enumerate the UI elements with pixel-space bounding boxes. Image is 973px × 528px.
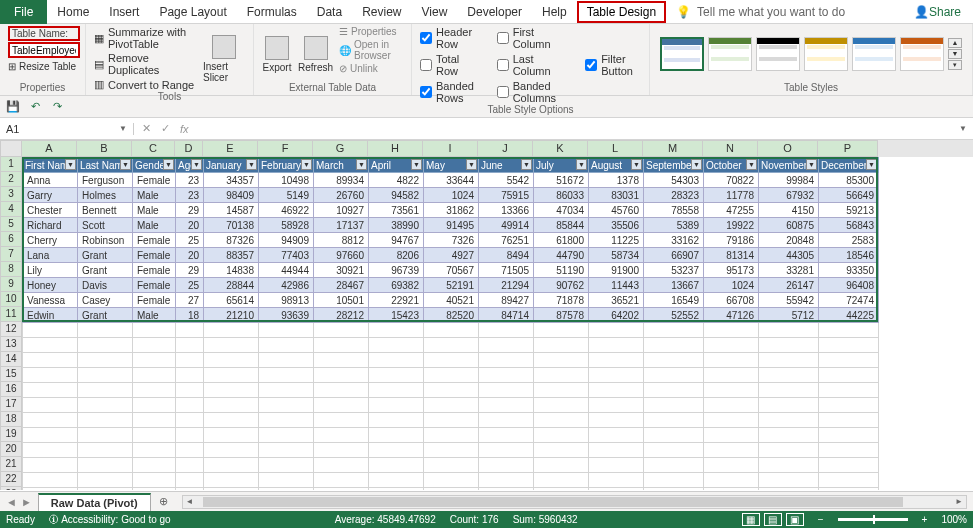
empty-cell[interactable]	[589, 398, 644, 413]
empty-cell[interactable]	[424, 398, 479, 413]
save-icon[interactable]: 💾	[6, 100, 20, 114]
cell[interactable]: 87578	[534, 308, 589, 323]
empty-cell[interactable]	[314, 458, 369, 473]
empty-cell[interactable]	[644, 443, 704, 458]
empty-cell[interactable]	[259, 383, 314, 398]
cell[interactable]: Casey	[78, 293, 133, 308]
empty-cell[interactable]	[759, 398, 819, 413]
empty-cell[interactable]	[759, 353, 819, 368]
cell[interactable]: 56843	[819, 218, 879, 233]
empty-cell[interactable]	[479, 458, 534, 473]
cell[interactable]: 71878	[534, 293, 589, 308]
cell[interactable]: 44305	[759, 248, 819, 263]
empty-cell[interactable]	[589, 413, 644, 428]
zoom-out-icon[interactable]: −	[818, 514, 824, 525]
empty-cell[interactable]	[78, 368, 133, 383]
empty-cell[interactable]	[78, 488, 133, 491]
empty-cell[interactable]	[259, 353, 314, 368]
zoom-in-icon[interactable]: +	[922, 514, 928, 525]
review-tab[interactable]: Review	[352, 0, 411, 24]
empty-cell[interactable]	[704, 443, 759, 458]
col-header-J[interactable]: J	[478, 140, 533, 157]
empty-cell[interactable]	[759, 368, 819, 383]
empty-cell[interactable]	[704, 323, 759, 338]
empty-cell[interactable]	[23, 353, 78, 368]
cell[interactable]: 78558	[644, 203, 704, 218]
empty-cell[interactable]	[23, 383, 78, 398]
col-header-I[interactable]: I	[423, 140, 478, 157]
empty-cell[interactable]	[479, 368, 534, 383]
empty-cell[interactable]	[204, 353, 259, 368]
empty-cell[interactable]	[534, 473, 589, 488]
cell[interactable]: 56649	[819, 188, 879, 203]
cell[interactable]: Honey	[23, 278, 78, 293]
cell[interactable]: 49914	[479, 218, 534, 233]
cell[interactable]: 42986	[259, 278, 314, 293]
empty-cell[interactable]	[133, 413, 176, 428]
empty-cell[interactable]	[424, 368, 479, 383]
empty-cell[interactable]	[704, 383, 759, 398]
empty-cell[interactable]	[479, 413, 534, 428]
empty-cell[interactable]	[704, 428, 759, 443]
style-thumb-3[interactable]	[756, 37, 800, 71]
cell[interactable]: Male	[133, 308, 176, 323]
empty-cell[interactable]	[479, 443, 534, 458]
empty-cell[interactable]	[314, 443, 369, 458]
empty-cell[interactable]	[534, 338, 589, 353]
empty-cell[interactable]	[23, 368, 78, 383]
cell[interactable]: 47034	[534, 203, 589, 218]
empty-cell[interactable]	[704, 473, 759, 488]
cell[interactable]: 33644	[424, 173, 479, 188]
filter-dd-icon[interactable]: ▼	[120, 159, 131, 170]
gallery-more-icon[interactable]: ▾	[948, 60, 962, 70]
cell[interactable]: 28844	[204, 278, 259, 293]
cell[interactable]: 33162	[644, 233, 704, 248]
empty-cell[interactable]	[424, 473, 479, 488]
filter-dd-icon[interactable]: ▼	[301, 159, 312, 170]
cell[interactable]: 34357	[204, 173, 259, 188]
cell[interactable]: 91900	[589, 263, 644, 278]
sheet-tab-active[interactable]: Raw Data (Pivot)	[38, 493, 151, 511]
normal-view-icon[interactable]: ▦	[742, 513, 760, 526]
cell[interactable]: 94909	[259, 233, 314, 248]
empty-cell[interactable]	[78, 443, 133, 458]
cell[interactable]: 54303	[644, 173, 704, 188]
empty-cell[interactable]	[369, 443, 424, 458]
cell[interactable]: 71505	[479, 263, 534, 278]
empty-cell[interactable]	[204, 488, 259, 491]
empty-cell[interactable]	[204, 323, 259, 338]
tell-me-search[interactable]: 💡 Tell me what you want to do	[666, 5, 855, 19]
view-buttons[interactable]: ▦ ▤ ▣	[742, 513, 804, 526]
cell[interactable]: 35506	[589, 218, 644, 233]
empty-cell[interactable]	[759, 443, 819, 458]
cell[interactable]: Female	[133, 263, 176, 278]
row-header-6[interactable]: 6	[0, 232, 22, 247]
empty-cell[interactable]	[369, 323, 424, 338]
cell[interactable]: 11225	[589, 233, 644, 248]
col-header-K[interactable]: K	[533, 140, 588, 157]
empty-cell[interactable]	[819, 383, 879, 398]
cell[interactable]: Robinson	[78, 233, 133, 248]
row-header-5[interactable]: 5	[0, 217, 22, 232]
empty-cell[interactable]	[644, 323, 704, 338]
row-header-20[interactable]: 20	[0, 442, 22, 457]
empty-cell[interactable]	[314, 398, 369, 413]
empty-cell[interactable]	[479, 323, 534, 338]
row-header-2[interactable]: 2	[0, 172, 22, 187]
cell[interactable]: 70822	[704, 173, 759, 188]
cell[interactable]: 61800	[534, 233, 589, 248]
filter-dd-icon[interactable]: ▼	[521, 159, 532, 170]
empty-cell[interactable]	[176, 368, 204, 383]
col-header-O[interactable]: O	[758, 140, 818, 157]
empty-cell[interactable]	[78, 323, 133, 338]
empty-cell[interactable]	[534, 428, 589, 443]
cell[interactable]: Grant	[78, 308, 133, 323]
col-header-D[interactable]: D	[175, 140, 203, 157]
cell[interactable]: 18	[176, 308, 204, 323]
cell[interactable]: 5712	[759, 308, 819, 323]
row-header-23[interactable]: 23	[0, 487, 22, 490]
empty-cell[interactable]	[259, 323, 314, 338]
empty-cell[interactable]	[369, 428, 424, 443]
cell[interactable]: 20	[176, 218, 204, 233]
cell[interactable]: 7326	[424, 233, 479, 248]
